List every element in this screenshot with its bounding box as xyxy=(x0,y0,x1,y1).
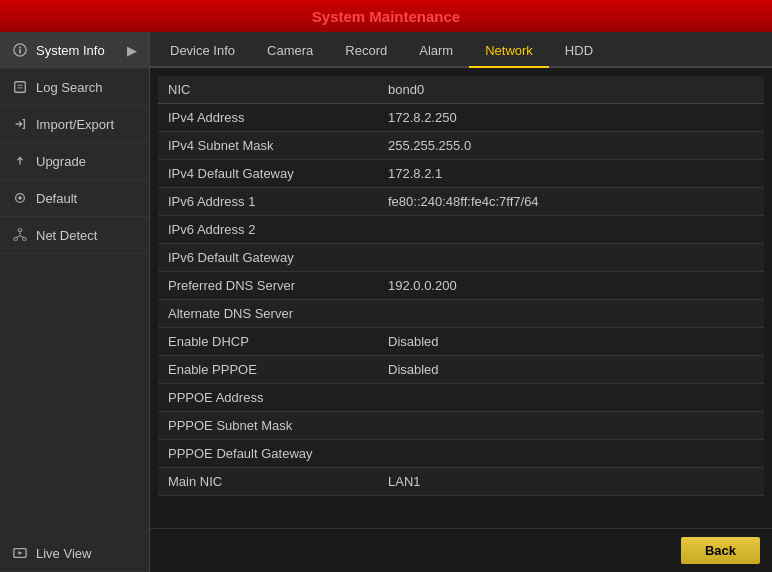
field-name-cell: Enable DHCP xyxy=(158,328,378,356)
sidebar-item-import-export[interactable]: Import/Export xyxy=(0,106,149,143)
content-area: Device Info Camera Record Alarm Network … xyxy=(150,32,772,572)
field-value-cell: 172.8.2.1 xyxy=(378,160,764,188)
field-name-cell: Preferred DNS Server xyxy=(158,272,378,300)
network-table-body: IPv4 Address172.8.2.250IPv4 Subnet Mask2… xyxy=(158,104,764,496)
tab-network[interactable]: Network xyxy=(469,35,549,68)
sidebar-label-system-info: System Info xyxy=(36,43,105,58)
field-value-cell xyxy=(378,216,764,244)
svg-rect-9 xyxy=(14,238,18,241)
sidebar-item-log-search[interactable]: Log Search xyxy=(0,69,149,106)
field-value-cell xyxy=(378,412,764,440)
sidebar-item-upgrade[interactable]: Upgrade xyxy=(0,143,149,180)
field-value-cell xyxy=(378,440,764,468)
field-name-cell: IPv4 Default Gateway xyxy=(158,160,378,188)
bond-column-header: bond0 xyxy=(378,76,764,104)
footer: Back xyxy=(150,528,772,572)
table-row: IPv4 Address172.8.2.250 xyxy=(158,104,764,132)
svg-line-13 xyxy=(20,236,24,238)
tab-device-info[interactable]: Device Info xyxy=(154,35,251,68)
sidebar-item-system-info[interactable]: System Info ▶ xyxy=(0,32,149,69)
upgrade-icon xyxy=(12,153,28,169)
table-row: IPv6 Address 2 xyxy=(158,216,764,244)
sidebar-label-default: Default xyxy=(36,191,77,206)
sidebar-arrow-system-info: ▶ xyxy=(127,43,137,58)
field-name-cell: IPv6 Address 2 xyxy=(158,216,378,244)
field-value-cell: 172.8.2.250 xyxy=(378,104,764,132)
sidebar-label-net-detect: Net Detect xyxy=(36,228,97,243)
net-icon xyxy=(12,227,28,243)
sidebar-item-live-view[interactable]: Live View xyxy=(0,535,149,572)
field-name-cell: PPPOE Default Gateway xyxy=(158,440,378,468)
svg-rect-8 xyxy=(18,229,22,232)
svg-rect-1 xyxy=(19,49,21,53)
table-row: Enable PPPOEDisabled xyxy=(158,356,764,384)
field-value-cell: 192.0.0.200 xyxy=(378,272,764,300)
table-row: PPPOE Subnet Mask xyxy=(158,412,764,440)
svg-line-12 xyxy=(16,236,20,238)
svg-rect-2 xyxy=(19,47,21,49)
field-value-cell: LAN1 xyxy=(378,468,764,496)
field-name-cell: IPv6 Default Gateway xyxy=(158,244,378,272)
table-row: Preferred DNS Server192.0.0.200 xyxy=(158,272,764,300)
sidebar-label-log-search: Log Search xyxy=(36,80,103,95)
sidebar: System Info ▶ Log Search Import/Export U… xyxy=(0,32,150,572)
field-value-cell xyxy=(378,300,764,328)
table-row: IPv4 Default Gateway172.8.2.1 xyxy=(158,160,764,188)
tab-camera[interactable]: Camera xyxy=(251,35,329,68)
table-row: PPPOE Address xyxy=(158,384,764,412)
field-name-cell: Alternate DNS Server xyxy=(158,300,378,328)
sidebar-label-live-view: Live View xyxy=(36,546,91,561)
tab-hdd[interactable]: HDD xyxy=(549,35,609,68)
import-icon xyxy=(12,116,28,132)
nic-column-header: NIC xyxy=(158,76,378,104)
field-value-cell xyxy=(378,384,764,412)
network-table: NIC bond0 IPv4 Address172.8.2.250IPv4 Su… xyxy=(158,76,764,496)
field-name-cell: PPPOE Subnet Mask xyxy=(158,412,378,440)
svg-rect-10 xyxy=(23,238,27,241)
svg-marker-15 xyxy=(18,551,22,555)
title-bar: System Maintenance xyxy=(0,0,772,32)
table-row: IPv6 Address 1fe80::240:48ff:fe4c:7ff7/6… xyxy=(158,188,764,216)
table-row: PPPOE Default Gateway xyxy=(158,440,764,468)
back-button[interactable]: Back xyxy=(681,537,760,564)
sidebar-label-import-export: Import/Export xyxy=(36,117,114,132)
live-icon xyxy=(12,545,28,561)
field-name-cell: Enable PPPOE xyxy=(158,356,378,384)
field-name-cell: PPPOE Address xyxy=(158,384,378,412)
field-value-cell xyxy=(378,244,764,272)
tab-alarm[interactable]: Alarm xyxy=(403,35,469,68)
svg-rect-3 xyxy=(15,82,26,93)
table-row: Enable DHCPDisabled xyxy=(158,328,764,356)
title-text: System Maintenance xyxy=(312,8,460,25)
tab-bar: Device Info Camera Record Alarm Network … xyxy=(150,32,772,68)
field-value-cell: 255.255.255.0 xyxy=(378,132,764,160)
table-row: Alternate DNS Server xyxy=(158,300,764,328)
default-icon xyxy=(12,190,28,206)
sidebar-spacer xyxy=(0,254,149,535)
field-name-cell: IPv4 Subnet Mask xyxy=(158,132,378,160)
svg-point-7 xyxy=(18,196,22,200)
field-value-cell: Disabled xyxy=(378,328,764,356)
table-row: IPv4 Subnet Mask255.255.255.0 xyxy=(158,132,764,160)
sidebar-label-upgrade: Upgrade xyxy=(36,154,86,169)
main-layout: System Info ▶ Log Search Import/Export U… xyxy=(0,32,772,572)
info-icon xyxy=(12,42,28,58)
field-name-cell: IPv4 Address xyxy=(158,104,378,132)
network-content: NIC bond0 IPv4 Address172.8.2.250IPv4 Su… xyxy=(150,68,772,528)
table-row: IPv6 Default Gateway xyxy=(158,244,764,272)
field-name-cell: Main NIC xyxy=(158,468,378,496)
table-header-row: NIC bond0 xyxy=(158,76,764,104)
field-value-cell: Disabled xyxy=(378,356,764,384)
sidebar-item-default[interactable]: Default xyxy=(0,180,149,217)
field-value-cell: fe80::240:48ff:fe4c:7ff7/64 xyxy=(378,188,764,216)
tab-record[interactable]: Record xyxy=(329,35,403,68)
table-row: Main NICLAN1 xyxy=(158,468,764,496)
sidebar-item-net-detect[interactable]: Net Detect xyxy=(0,217,149,254)
log-icon xyxy=(12,79,28,95)
field-name-cell: IPv6 Address 1 xyxy=(158,188,378,216)
